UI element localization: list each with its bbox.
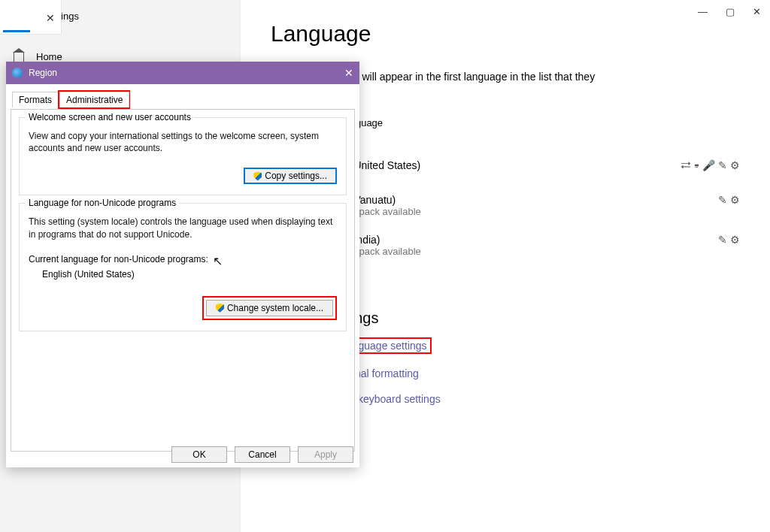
- apply-button[interactable]: Apply: [298, 446, 353, 463]
- current-locale-label: Current language for non-Unicode program…: [29, 254, 337, 264]
- region-title: Region: [29, 68, 57, 78]
- ok-button[interactable]: OK: [171, 446, 227, 463]
- shield-icon: [216, 304, 224, 313]
- language-feature-icons: ✎ ⚙: [718, 234, 740, 246]
- page-title: Language: [271, 21, 740, 47]
- region-titlebar: Region ✕: [6, 62, 359, 84]
- language-subtext: Language pack available: [313, 246, 718, 257]
- tab-panel: Welcome screen and new user accounts Vie…: [11, 109, 355, 452]
- region-footer: OK Cancel Apply: [171, 446, 353, 463]
- region-body: FormatsAdministrative Welcome screen and…: [6, 84, 359, 456]
- button-label: Change system locale...: [227, 303, 323, 313]
- close-icon[interactable]: ✕: [753, 6, 761, 17]
- home-label: Home: [36, 51, 62, 62]
- window-caption-buttons: — ▢ ✕: [698, 6, 761, 17]
- group-welcome-screen: Welcome screen and new user accounts Vie…: [19, 117, 347, 195]
- tab-administrative[interactable]: Administrative: [59, 92, 129, 107]
- shield-icon: [253, 171, 262, 180]
- maximize-icon[interactable]: ▢: [726, 6, 735, 17]
- current-locale-value: English (United States): [29, 269, 337, 280]
- language-feature-icons: ⮂ ⌨ 🎤 ✎ ⚙: [681, 159, 740, 171]
- group-description: This setting (system locale) controls th…: [29, 216, 337, 240]
- cancel-button[interactable]: Cancel: [235, 446, 290, 463]
- group-legend: Welcome screen and new user accounts: [26, 112, 194, 122]
- globe-icon: [12, 68, 23, 78]
- group-description: View and copy your international setting…: [29, 130, 337, 154]
- browser-tab-fragment: ✕: [0, 0, 62, 35]
- language-subtext: Language pack available: [313, 206, 718, 217]
- language-name: English (India): [313, 234, 718, 246]
- tab-close-icon[interactable]: ✕: [46, 12, 55, 24]
- minimize-icon[interactable]: —: [698, 6, 708, 17]
- home-icon: [14, 52, 24, 62]
- tab-formats[interactable]: Formats: [12, 92, 59, 107]
- region-dialog: Region ✕ FormatsAdministrative Welcome s…: [6, 62, 359, 467]
- language-name: English (Vanuatu): [313, 194, 718, 206]
- button-label: Copy settings...: [265, 171, 327, 181]
- tab-underline: [3, 30, 30, 32]
- group-non-unicode: Language for non-Unicode programs This s…: [19, 203, 347, 331]
- region-close-icon[interactable]: ✕: [344, 67, 353, 79]
- change-system-locale-button[interactable]: Change system locale...: [206, 300, 333, 316]
- group-legend: Language for non-Unicode programs: [26, 198, 179, 208]
- region-tabs: FormatsAdministrative: [11, 89, 355, 109]
- copy-settings-button[interactable]: Copy settings...: [244, 168, 337, 184]
- language-name: English (United States): [313, 159, 681, 171]
- language-feature-icons: ✎ ⚙: [718, 194, 740, 206]
